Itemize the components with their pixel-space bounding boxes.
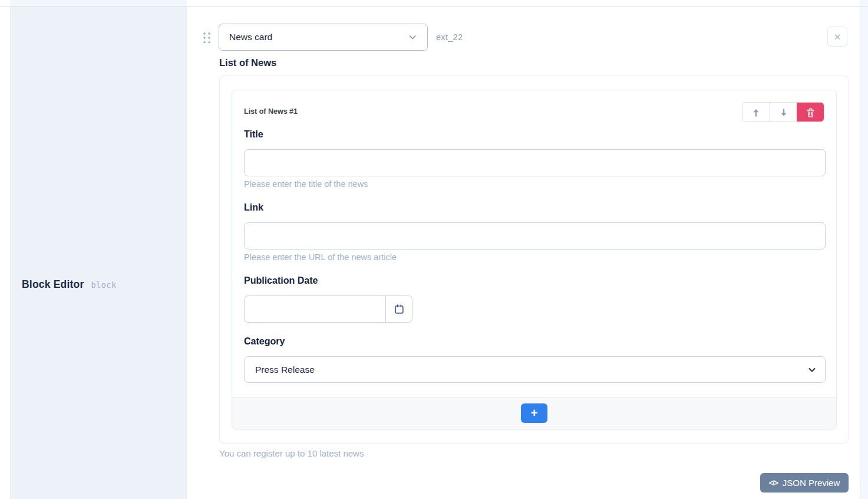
link-hint: Please enter the URL of the news article <box>244 252 824 262</box>
title-input[interactable] <box>244 149 826 176</box>
list-field-label: List of News <box>219 57 276 68</box>
delete-item-button[interactable] <box>797 103 824 122</box>
arrow-down-icon <box>779 108 788 117</box>
field-key-label: ext_22 <box>436 24 463 51</box>
publication-date-input[interactable] <box>244 296 385 323</box>
item-heading: List of News #1 <box>244 102 298 116</box>
top-divider <box>0 6 868 6</box>
block-type-select[interactable]: News card <box>219 24 428 51</box>
item-action-buttons <box>742 102 824 122</box>
block-type-tag: block <box>91 280 116 290</box>
json-preview-button[interactable]: </> JSON Preview <box>760 473 849 493</box>
sidebar: Block Editor block <box>10 6 187 499</box>
plus-icon: + <box>531 407 538 419</box>
category-label: Category <box>244 336 824 347</box>
category-select[interactable]: Press Release <box>244 356 826 383</box>
add-item-button[interactable]: + <box>521 403 547 423</box>
arrow-up-icon <box>751 108 761 117</box>
title-label: Title <box>244 129 824 140</box>
link-label: Link <box>244 202 824 214</box>
category-select-value: Press Release <box>255 365 315 375</box>
close-block-button[interactable]: ✕ <box>827 27 847 47</box>
link-input[interactable] <box>244 222 826 250</box>
list-item-card-body: List of News #1 Title <box>232 90 836 397</box>
block-editor-title: Block Editor <box>22 278 84 291</box>
card-footer: + <box>232 397 836 429</box>
chevron-down-icon <box>807 365 817 375</box>
list-help-text: You can register up to 10 latest news <box>219 448 364 458</box>
move-down-button[interactable] <box>770 103 797 122</box>
list-item-card: List of News #1 Title <box>232 90 837 429</box>
block-editor-panel: News card ext_22 ✕ List of News List of … <box>187 6 860 499</box>
drag-handle-icon[interactable] <box>202 31 210 43</box>
block-editor-heading: Block Editor block <box>22 278 117 291</box>
block-type-select-value: News card <box>229 32 272 42</box>
title-hint: Please enter the title of the news <box>244 179 824 189</box>
calendar-button[interactable] <box>385 296 412 323</box>
json-preview-label: JSON Preview <box>783 478 840 488</box>
calendar-icon <box>394 304 405 315</box>
publication-date-group <box>244 296 412 323</box>
scrollbar-gutter <box>860 0 868 499</box>
move-up-button[interactable] <box>742 103 770 122</box>
list-items-container: List of News #1 Title <box>219 75 849 444</box>
publication-date-label: Publication Date <box>244 275 824 287</box>
sidebar-top-strip <box>10 0 187 6</box>
close-icon: ✕ <box>834 32 841 41</box>
trash-icon <box>806 108 815 117</box>
code-icon: </> <box>769 479 778 487</box>
chevron-down-icon <box>407 32 418 42</box>
item-header-row: List of News #1 <box>244 102 824 122</box>
